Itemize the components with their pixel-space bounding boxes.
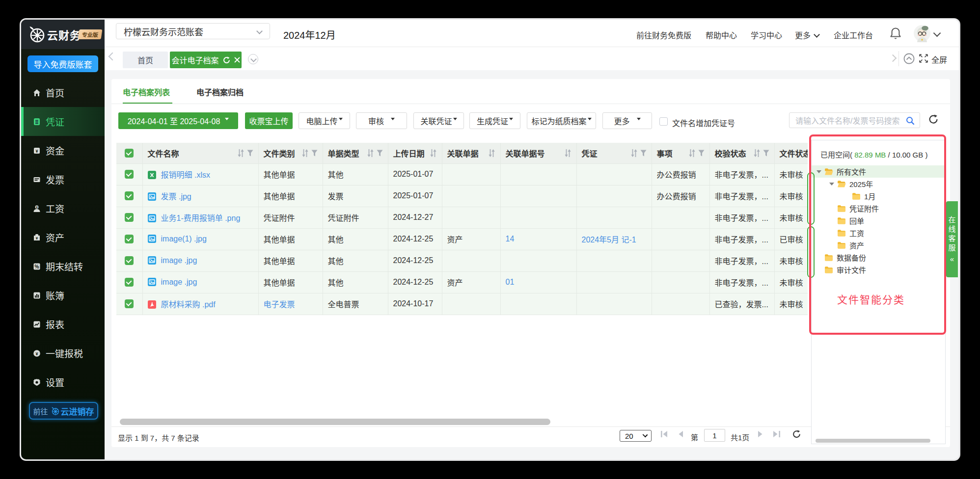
svg-text:%: % (35, 264, 39, 269)
svg-text:¥: ¥ (36, 236, 38, 240)
svg-text:¥: ¥ (35, 148, 38, 153)
svg-text:¥: ¥ (35, 351, 38, 356)
svg-text:¥: ¥ (36, 205, 38, 209)
